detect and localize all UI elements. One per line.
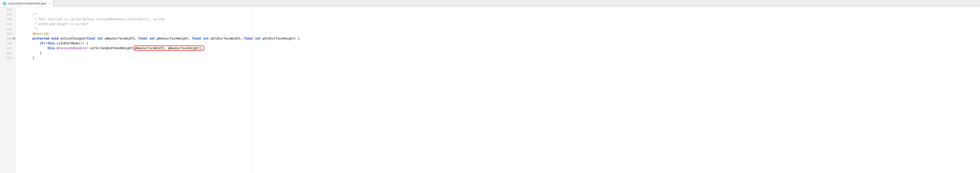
paren: ( xyxy=(84,37,86,40)
ws xyxy=(261,37,262,40)
param: pOldSurfaceHeight xyxy=(262,37,294,40)
dot: . xyxy=(55,41,57,45)
code-line[interactable]: this.mCocos2dxRenderer.setScreenWidthAnd… xyxy=(16,46,980,50)
comma: , xyxy=(164,46,168,50)
kw-void: void xyxy=(51,37,59,40)
kw-final: final xyxy=(192,37,201,40)
line-number[interactable]: 249 xyxy=(0,41,16,46)
method-call: isInEditMode()) { xyxy=(57,41,88,45)
indent xyxy=(18,13,32,16)
kw-int: int xyxy=(255,37,261,40)
arg: pNewSurfaceWidth xyxy=(135,46,164,50)
ws xyxy=(49,37,51,40)
line-number-text: 248 xyxy=(6,37,12,40)
indent xyxy=(18,27,34,30)
close-icon[interactable]: × xyxy=(49,2,51,5)
line-number[interactable]: 247 xyxy=(0,31,16,36)
annotation-override: @Override xyxy=(32,32,49,35)
param: pOldSurfaceWidth xyxy=(211,37,240,40)
editor-area: 242 243 244 245 246 247 248 249 250 251 … xyxy=(0,7,980,173)
line-number[interactable]: 251 xyxy=(0,50,16,55)
code-line[interactable]: * width and height is correct. xyxy=(16,22,980,26)
ws xyxy=(209,37,210,40)
ws xyxy=(253,37,255,40)
brace-close: } xyxy=(32,56,34,60)
ws xyxy=(148,37,149,40)
code-content[interactable]: /* * This function is called before Coco… xyxy=(16,7,980,173)
line-number[interactable]: 246 xyxy=(0,26,16,31)
call-end: ); xyxy=(199,46,203,50)
line-number[interactable]: 248 xyxy=(0,36,16,41)
comment-close: */ xyxy=(34,27,38,30)
line-number[interactable]: 250 xyxy=(0,46,16,50)
kw-final: final xyxy=(86,37,95,40)
code-line[interactable]: @Override xyxy=(16,31,980,36)
file-tab[interactable]: C Cocos2dxGLSurfaceView.java × xyxy=(0,0,53,7)
param: pNewSurfaceWidth xyxy=(105,37,135,40)
dot: . xyxy=(88,46,90,50)
indent xyxy=(18,32,32,35)
indent xyxy=(18,22,34,26)
ws xyxy=(201,37,203,40)
field-ref: mCocos2dxRenderer xyxy=(57,46,88,50)
code-line[interactable]: */ xyxy=(16,26,980,31)
method-name: onSizeChanged xyxy=(60,37,84,40)
kw-this: this xyxy=(47,41,55,45)
indent xyxy=(18,17,34,21)
code-line[interactable]: } xyxy=(16,50,980,55)
comma: , xyxy=(240,37,244,40)
paren-close-brace: ) { xyxy=(294,37,299,40)
code-line[interactable]: } xyxy=(16,55,980,60)
indent xyxy=(18,41,40,45)
kw-protected: protected xyxy=(32,37,49,40)
kw-int: int xyxy=(203,37,209,40)
indent xyxy=(18,46,47,50)
line-number[interactable]: 245 xyxy=(0,22,16,26)
param: pNewSurfaceHeight xyxy=(157,37,188,40)
line-number[interactable]: 243 xyxy=(0,12,16,17)
tab-filename: Cocos2dxGLSurfaceView.java xyxy=(8,2,46,5)
method-call: setScreenWidthAndHeight( xyxy=(90,46,135,50)
indent xyxy=(18,51,40,55)
line-number[interactable]: 242 xyxy=(0,7,16,12)
arg: pNewSurfaceHeight xyxy=(168,46,199,50)
kw-this: this xyxy=(47,46,55,50)
line-number[interactable]: 252 xyxy=(0,55,16,60)
dot: . xyxy=(55,46,57,50)
paren: (! xyxy=(44,41,47,45)
ide-window: C Cocos2dxGLSurfaceView.java × 242 243 2… xyxy=(0,0,980,173)
java-class-icon: C xyxy=(3,2,6,5)
code-line[interactable]: /* xyxy=(16,12,980,17)
comment-text: * width and height is correct. xyxy=(34,22,90,26)
kw-if: if xyxy=(40,41,44,45)
code-line[interactable]: protected void onSizeChanged(final int p… xyxy=(16,36,980,41)
tab-bar: C Cocos2dxGLSurfaceView.java × xyxy=(0,0,980,7)
ws xyxy=(95,37,97,40)
indent xyxy=(18,37,32,40)
kw-int: int xyxy=(97,37,103,40)
brace-close: } xyxy=(40,51,41,55)
kw-final: final xyxy=(138,37,148,40)
line-number[interactable]: 244 xyxy=(0,17,16,22)
comma: , xyxy=(188,37,192,40)
comment-open: /* xyxy=(32,13,36,16)
code-line[interactable] xyxy=(16,7,980,12)
override-gutter-icon[interactable] xyxy=(13,37,15,40)
gutter: 242 243 244 245 246 247 248 249 250 251 … xyxy=(0,7,16,173)
ws xyxy=(58,37,60,40)
code-line[interactable]: if(!this.isInEditMode()) { xyxy=(16,41,980,46)
ws xyxy=(155,37,157,40)
code-line[interactable]: * This function is called before Cocos2d… xyxy=(16,17,980,22)
indent xyxy=(18,56,32,60)
comment-text: * This function is called before Cocos2d… xyxy=(34,17,164,21)
comma: , xyxy=(135,37,138,40)
ws xyxy=(103,37,105,40)
kw-int: int xyxy=(150,37,155,40)
kw-final: final xyxy=(244,37,253,40)
right-margin-guide xyxy=(253,7,253,173)
